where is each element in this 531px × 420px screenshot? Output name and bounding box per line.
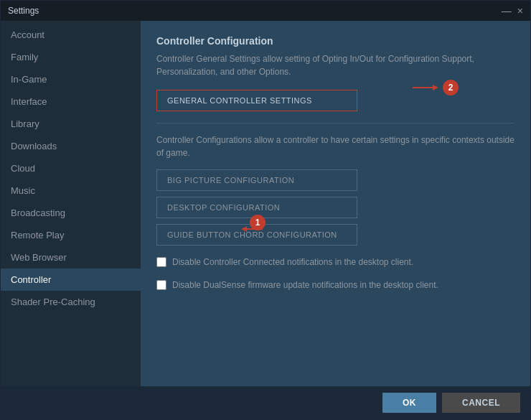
- svg-marker-3: [433, 85, 438, 90]
- arrow-2-icon: [411, 83, 440, 92]
- window-controls: — ×: [502, 6, 523, 16]
- sidebar-item-cloud[interactable]: Cloud: [1, 157, 141, 179]
- arrow-1-container: [241, 225, 264, 233]
- sidebar-item-broadcasting[interactable]: Broadcasting: [1, 202, 141, 224]
- divider: [156, 123, 514, 123]
- sidebar-item-family[interactable]: Family: [1, 46, 141, 68]
- section-title: Controller Configuration: [156, 35, 514, 47]
- sidebar-item-remote-play[interactable]: Remote Play: [1, 224, 141, 246]
- sidebar-item-shader-pre-caching[interactable]: Shader Pre-Caching: [1, 291, 141, 313]
- cancel-button[interactable]: CANCEL: [442, 393, 520, 413]
- disable-connected-checkbox[interactable]: [156, 257, 166, 267]
- sidebar-item-music[interactable]: Music: [1, 179, 141, 202]
- config-desc: Controller Configurations allow a contro…: [156, 134, 514, 159]
- content-area: Account Family In-Game Interface Library…: [1, 21, 530, 386]
- footer: OK CANCEL: [1, 386, 530, 419]
- settings-window: Settings — × Account Family In-Game Inte…: [0, 0, 531, 420]
- sidebar: Account Family In-Game Interface Library…: [1, 21, 141, 386]
- sidebar-item-interface[interactable]: Interface: [1, 90, 141, 113]
- arrow-1-icon: [241, 225, 264, 233]
- sidebar-item-in-game[interactable]: In-Game: [1, 68, 141, 90]
- sidebar-item-controller[interactable]: Controller: [1, 269, 141, 291]
- general-controller-settings-button[interactable]: GENERAL CONTROLLER SETTINGS: [156, 90, 357, 111]
- window-title: Settings: [8, 6, 39, 16]
- main-panel: Controller Configuration Controller Gene…: [141, 21, 530, 386]
- svg-marker-1: [241, 226, 247, 232]
- sidebar-item-web-browser[interactable]: Web Browser: [1, 246, 141, 269]
- title-bar: Settings — ×: [1, 1, 530, 21]
- sidebar-item-library[interactable]: Library: [1, 113, 141, 135]
- big-picture-configuration-button[interactable]: BIG PICTURE CONFIGURATION: [156, 169, 357, 191]
- disable-connected-label: Disable Controller Connected notificatio…: [172, 256, 413, 269]
- checkbox-row-dualsense: Disable DualSense firmware update notifi…: [156, 279, 514, 291]
- minimize-button[interactable]: —: [502, 6, 512, 16]
- sidebar-item-downloads[interactable]: Downloads: [1, 135, 141, 157]
- ok-button[interactable]: OK: [382, 393, 436, 413]
- sidebar-item-account[interactable]: Account: [1, 24, 141, 46]
- disable-dualsense-label: Disable DualSense firmware update notifi…: [172, 279, 438, 291]
- checkbox-row-connected: Disable Controller Connected notificatio…: [156, 256, 514, 269]
- badge-2: 2: [443, 80, 459, 95]
- badge-2-container: 2: [411, 80, 459, 95]
- close-button[interactable]: ×: [517, 6, 523, 16]
- disable-dualsense-checkbox[interactable]: [156, 280, 166, 290]
- section-desc: Controller General Settings allow settin…: [156, 52, 514, 78]
